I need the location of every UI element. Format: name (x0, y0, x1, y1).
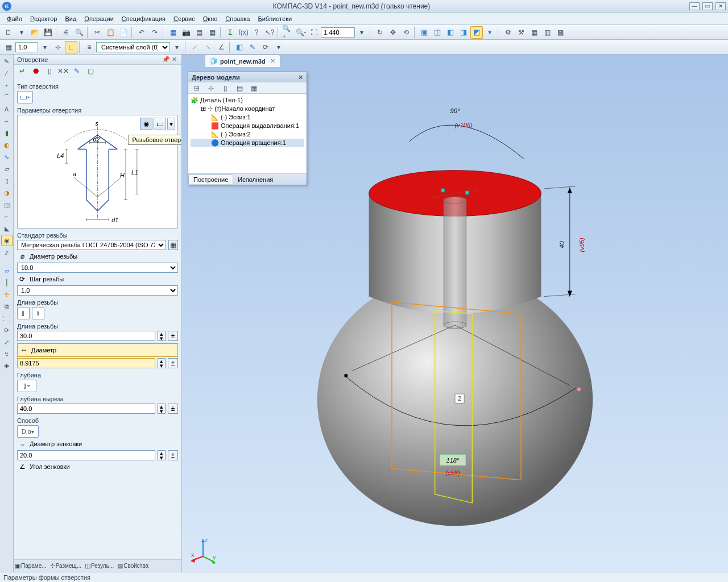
step-input[interactable] (15, 42, 38, 52)
thread-len-plus[interactable]: ± (168, 331, 178, 341)
method-button[interactable]: D,α▾ (17, 425, 39, 438)
pointer-button[interactable]: ↖? (263, 26, 276, 39)
zenk-dia-spinner[interactable]: ▴▾ (158, 450, 166, 460)
menu-view[interactable]: Вид (61, 14, 80, 23)
layer-dropdown[interactable]: ▾ (171, 41, 183, 53)
menu-operations[interactable]: Операции (81, 14, 117, 23)
new-dropdown[interactable]: ▾ (15, 26, 28, 39)
tool-e-button[interactable]: ▩ (554, 26, 566, 39)
tool-b-button[interactable]: ⚒ (515, 26, 527, 39)
plane-icon[interactable]: ▱ (1, 265, 13, 276)
open-button[interactable]: 📂 (28, 26, 41, 39)
fx-button[interactable]: f(x) (237, 26, 250, 39)
paste-button[interactable]: 📄 (117, 26, 130, 39)
doc-close-icon[interactable]: ✕ (270, 57, 275, 65)
axis-icon[interactable]: ⎮ (1, 277, 13, 288)
print-button[interactable]: 🖨 (60, 26, 72, 39)
pan-button[interactable]: ✥ (387, 26, 399, 39)
zenk-dia-plus[interactable]: ± (168, 450, 178, 460)
cut-depth-input[interactable]: 40.0 (17, 404, 155, 414)
menu-window[interactable]: Окно (200, 14, 221, 23)
thread-len-input[interactable]: 30.0 (17, 331, 155, 341)
tab-placement[interactable]: ⊹Размещ... (50, 562, 81, 569)
maximize-button[interactable]: ▭ (702, 2, 713, 10)
cut-depth-spinner[interactable]: ▴▾ (158, 404, 166, 414)
scale-icon[interactable]: ⤢ (1, 336, 13, 348)
document-tab[interactable]: 🧊 point_new.m3d ✕ (205, 55, 280, 67)
hidden-button[interactable]: ◫ (431, 26, 444, 39)
new-button[interactable]: 🗋 (2, 26, 15, 39)
thread-std-select[interactable]: Метрическая резьба ГОСТ 24705-2004 (ISO … (17, 240, 166, 250)
tool-d-button[interactable]: ▥ (541, 26, 553, 39)
cut-extrude-icon[interactable]: ▯ (1, 175, 13, 186)
thread-dia-select[interactable]: 10.0 (17, 263, 178, 273)
thread-icon[interactable]: ⟳ (1, 325, 13, 336)
menu-editor[interactable]: Редактор (27, 14, 60, 23)
tool-a-button[interactable]: ⚙ (502, 26, 514, 39)
hole-type-button[interactable]: ⌴▾ (17, 91, 33, 103)
undo-button[interactable]: ↶ (135, 26, 148, 39)
camera-button[interactable]: 📷 (180, 26, 192, 39)
diameter-spinner[interactable]: ▴▾ (158, 358, 166, 368)
save-button[interactable]: 💾 (42, 26, 54, 39)
pattern-icon[interactable]: ⋮⋮ (1, 313, 13, 324)
zoom-fit-button[interactable]: ⛶ (308, 26, 320, 39)
close-button[interactable]: ✕ (715, 2, 726, 10)
orbit-button[interactable]: ⟲ (400, 26, 412, 39)
ortho-button[interactable]: ∟ (65, 41, 77, 53)
ok-button[interactable]: ↵ (16, 65, 28, 77)
minimize-button[interactable]: — (689, 2, 700, 10)
wireframe-button[interactable]: ▣ (418, 26, 431, 39)
depth-mode-button[interactable]: ⫿▾ (17, 380, 36, 392)
thread-len-mode-a[interactable]: ⫿ (17, 307, 30, 319)
menu-libraries[interactable]: Библиотеки (255, 14, 296, 23)
zenk-dia-input[interactable]: 20.0 (17, 450, 155, 460)
auto-button[interactable]: ✕✕ (57, 65, 69, 77)
revolve-icon[interactable]: ◐ (1, 139, 13, 151)
copy-props-button[interactable]: ✎ (71, 65, 83, 77)
diameter-input[interactable]: 8.9175 (17, 358, 155, 368)
dim-b-button[interactable]: ⟍ (202, 41, 214, 53)
pin-icon[interactable]: 📌 (162, 56, 170, 63)
zoom-in-button[interactable]: 🔍+ (282, 26, 294, 39)
dim-c-button[interactable]: ∠ (215, 41, 228, 53)
menu-file[interactable]: Файл (3, 14, 26, 23)
convert-icon[interactable]: ↯ (1, 348, 13, 360)
properties-button[interactable]: ▦ (167, 26, 179, 39)
redo-button[interactable]: ↷ (148, 26, 161, 39)
tab-result[interactable]: ◫Резуль... (85, 562, 114, 569)
copy-button[interactable]: 📋 (104, 26, 117, 39)
hole-icon[interactable]: ◉ (1, 235, 13, 246)
rebuild-dropdown[interactable]: ▾ (272, 41, 285, 53)
shaded-edges-button[interactable]: ◨ (457, 26, 470, 39)
layers-icon[interactable]: ≡ (83, 41, 96, 53)
render-mode-button[interactable]: ◩ (470, 26, 483, 39)
cut-depth-plus[interactable]: ± (168, 404, 178, 414)
line-icon[interactable]: ∕ (1, 68, 13, 79)
rib-icon[interactable]: ⫽ (1, 247, 13, 258)
panel-close-icon[interactable]: ✕ (170, 56, 178, 63)
solid-button[interactable]: ◧ (233, 41, 246, 53)
menu-help[interactable]: Справка (222, 14, 253, 23)
thread-pitch-select[interactable]: 1.0 (17, 285, 178, 296)
thread-len-spinner[interactable]: ▴▾ (158, 331, 166, 341)
csys-icon[interactable]: ⊹ (1, 289, 13, 300)
interrupt-button[interactable]: ▯ (43, 65, 56, 77)
thread-len-mode-b[interactable]: ⫾ (32, 307, 44, 319)
fillet-icon[interactable]: ⌐ (1, 211, 13, 222)
sweep-icon[interactable]: ∿ (1, 151, 13, 163)
help-button[interactable]: ? (250, 26, 263, 39)
rebuild-button[interactable]: ⟳ (259, 41, 272, 53)
diameter-plus[interactable]: ± (168, 358, 178, 368)
hole-mode-dropdown[interactable]: ▾ (167, 118, 175, 130)
help-props-button[interactable]: ▢ (84, 65, 97, 77)
menu-specification[interactable]: Спецификация (118, 14, 169, 23)
checklist-button[interactable]: ▤ (193, 26, 205, 39)
rotate-button[interactable]: ↻ (374, 26, 386, 39)
zoom-out-button[interactable]: 🔍- (295, 26, 307, 39)
dim-a-button[interactable]: ⟋ (189, 41, 201, 53)
sketch-icon[interactable]: ✎ (1, 56, 13, 67)
text-icon[interactable]: A (1, 103, 13, 115)
thread-std-lib-button[interactable]: ▦ (168, 240, 178, 250)
preview-button[interactable]: 🔍 (73, 26, 85, 39)
